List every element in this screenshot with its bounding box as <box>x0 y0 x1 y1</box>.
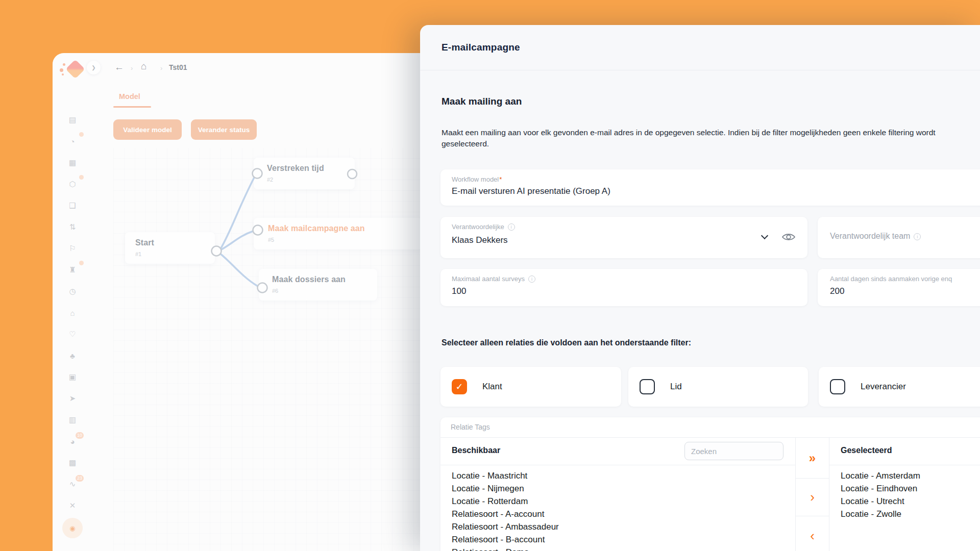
logo-dot <box>63 63 65 66</box>
breadcrumb-separator: › <box>160 64 162 72</box>
checkbox-card-lid[interactable]: ✓ Lid <box>628 367 808 407</box>
sidebar-icon[interactable]: ▤ <box>61 109 84 131</box>
move-left-button[interactable]: ‹ <box>796 516 829 551</box>
days-since-input[interactable]: Aantal dagen sinds aanmaken vorige enq 2… <box>818 269 980 306</box>
tag-list-item[interactable]: Relatiesoort - B-account <box>452 533 783 546</box>
sidebar-glyph-icon: ▥ <box>69 415 76 424</box>
responsible-select[interactable]: Verantwoordelijkei Klaas Dekkers <box>440 217 807 258</box>
tag-list-item[interactable]: Relatiesoort - Ambassadeur <box>452 520 783 533</box>
checkbox[interactable]: ✓ <box>830 379 845 394</box>
tags-search-input[interactable] <box>684 442 783 460</box>
max-surveys-value: 100 <box>452 286 466 296</box>
tag-list-item[interactable]: Locatie - Amsterdam <box>841 469 980 482</box>
sidebar-icon[interactable]: ▣ <box>61 366 84 388</box>
sidebar-icon[interactable]: ♜ <box>61 259 84 281</box>
notification-badge <box>79 175 84 180</box>
panel-label: Relatie Tags <box>451 423 490 431</box>
divider <box>440 465 795 465</box>
checkbox[interactable]: ✓ <box>640 379 655 394</box>
checkbox[interactable]: ✓ <box>452 379 467 394</box>
tag-list-item[interactable]: Locatie - Nijmegen <box>452 482 783 495</box>
workflow-node-verstreken-tijd[interactable]: Verstreken tijd #2 <box>254 158 355 189</box>
sidebar-icon[interactable]: ∿23 <box>61 473 84 495</box>
sidebar-icon[interactable]: ◷ <box>61 281 84 302</box>
transfer-buttons: » › ‹ <box>795 438 829 551</box>
checkbox-card-leverancier[interactable]: ✓ Leverancier <box>819 367 980 407</box>
sidebar-glyph-icon: ▩ <box>69 458 76 467</box>
workflow-node-maak-dossiers[interactable]: Maak dossiers aan #6 <box>259 269 377 300</box>
checkbox-label: Klant <box>482 382 502 392</box>
available-list: Locatie - MaastrichtLocatie - NijmegenLo… <box>452 469 783 551</box>
sidebar-glyph-icon: ⬡ <box>69 180 76 189</box>
workflow-model-field[interactable]: Workflow model* E-mail versturen AI pres… <box>440 169 980 206</box>
eye-icon[interactable] <box>781 232 796 242</box>
sidebar-icon[interactable]: ▩ <box>61 452 84 473</box>
sidebar-glyph-icon: ⌂ <box>70 309 75 317</box>
tag-list-item[interactable]: Locatie - Utrecht <box>841 495 980 508</box>
validate-model-button[interactable]: Valideer model <box>113 119 182 140</box>
sidebar-icon[interactable]: ▥ <box>61 409 84 431</box>
change-status-button[interactable]: Verander status <box>191 119 257 140</box>
info-icon: i <box>914 233 921 240</box>
sidebar-icon[interactable]: ▦ <box>61 152 84 173</box>
sidebar-nav: ▤◔▦⬡❑⇅⚐♜◷⌂♡♣▣➤▥◕10▩∿23✕◉ <box>61 109 84 540</box>
sidebar-icon[interactable]: ➤ <box>61 388 84 409</box>
workflow-node-start[interactable]: Start #1 <box>125 232 215 264</box>
checkbox-label: Leverancier <box>861 382 906 392</box>
logo-dot <box>60 68 63 72</box>
sidebar-item-active[interactable]: ◉ <box>61 516 84 540</box>
sidebar-icon[interactable]: ✕ <box>61 495 84 516</box>
responsible-team-select[interactable]: Verantwoordelijk teami <box>818 217 980 258</box>
sidebar-icon[interactable]: ♣ <box>61 345 84 366</box>
node-title: Start <box>135 238 215 247</box>
sidebar-icon[interactable]: ❑ <box>61 195 84 216</box>
chevron-right-icon: ❯ <box>91 65 95 70</box>
sidebar-icon[interactable]: ♡ <box>61 323 84 345</box>
tab-model[interactable]: Model <box>119 92 140 101</box>
sidebar-icon[interactable]: ◔ <box>61 131 84 152</box>
max-surveys-input[interactable]: Maximaal aantal surveysi 100 <box>440 269 807 306</box>
description: Maakt een mailing aan voor elk gevonden … <box>442 127 936 149</box>
tag-list-item[interactable]: Locatie - Rotterdam <box>452 495 783 508</box>
sidebar-icon[interactable]: ⬡ <box>61 173 84 195</box>
tab-underline <box>113 106 151 108</box>
email-campaign-panel: E-mailcampagne Maak mailing aan Maakt ee… <box>420 25 980 551</box>
field-label: Aantal dagen sinds aanmaken vorige enq <box>830 275 952 283</box>
field-label: Maximaal aantal surveys <box>452 275 525 283</box>
sidebar-glyph-icon: ∿ <box>69 480 76 489</box>
sidebar-glyph-icon: ♡ <box>69 330 76 339</box>
sidebar-icon[interactable]: ⚐ <box>61 238 84 259</box>
sidebar-glyph-icon: ⇅ <box>69 222 76 232</box>
sidebar-collapse-button[interactable]: ❯ <box>87 61 101 74</box>
notification-badge: 23 <box>76 475 84 482</box>
move-all-right-button[interactable]: » <box>796 438 829 479</box>
sidebar-glyph-icon: ▦ <box>69 158 76 167</box>
sidebar-icon[interactable]: ⇅ <box>61 216 84 238</box>
node-title: Verstreken tijd <box>267 164 355 173</box>
back-arrow-icon[interactable]: ← <box>114 62 124 73</box>
tag-list-item[interactable]: Locatie - Maastricht <box>452 469 783 482</box>
tag-list-item[interactable]: Relatiesoort - Demo <box>452 546 783 551</box>
modal-title: E-mailcampagne <box>442 42 520 53</box>
tag-list-item[interactable]: Locatie - Eindhoven <box>841 482 980 495</box>
tag-list-item[interactable]: Locatie - Zwolle <box>841 508 980 520</box>
move-right-button[interactable]: › <box>796 479 829 516</box>
node-id: #6 <box>272 288 377 294</box>
checkbox-card-klant[interactable]: ✓ Klant <box>440 367 621 407</box>
field-label: Verantwoordelijke <box>452 223 504 231</box>
sidebar-icon[interactable]: ◕10 <box>61 431 84 452</box>
workflow-node-maak-mailcampagne[interactable]: Maak mailcampagne aan #5 <box>254 218 422 249</box>
sidebar-glyph-icon: ♜ <box>69 265 76 274</box>
breadcrumb-separator: › <box>131 64 133 72</box>
sidebar-icon[interactable]: ⌂ <box>61 302 84 323</box>
sidebar-glyph-icon: ♣ <box>70 352 75 360</box>
tag-list-item[interactable]: Relatiesoort - A-account <box>452 508 783 520</box>
description-line: geselecteerd. <box>442 138 936 149</box>
node-id: #2 <box>267 177 355 183</box>
section-title: Maak mailing aan <box>442 96 522 107</box>
selected-list: Locatie - AmsterdamLocatie - EindhovenLo… <box>841 469 980 520</box>
home-icon[interactable]: ⌂ <box>141 61 146 72</box>
chevron-down-icon[interactable] <box>761 232 768 239</box>
app-logo <box>59 57 84 83</box>
node-title: Maak dossiers aan <box>272 275 377 284</box>
